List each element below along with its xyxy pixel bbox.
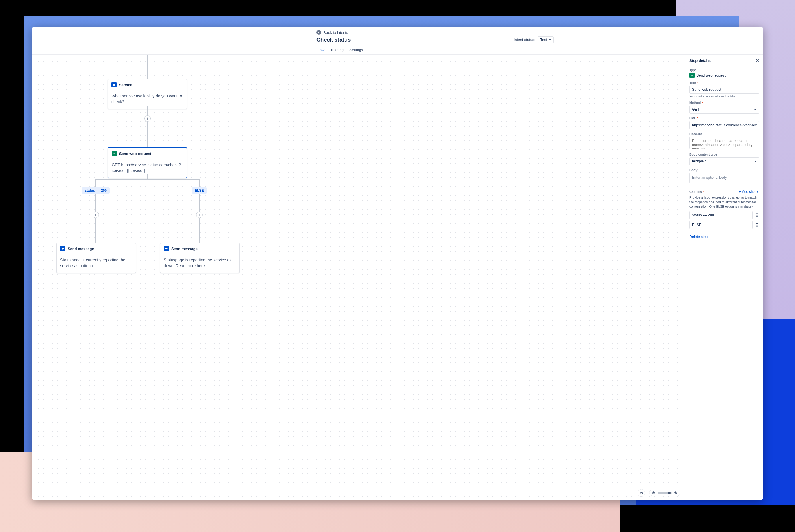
svg-line-7 — [654, 493, 655, 494]
add-choice-button[interactable]: + Add choice — [739, 190, 759, 194]
intent-status-select[interactable]: Test — [537, 36, 554, 43]
headers-input[interactable] — [689, 137, 759, 149]
zoom-slider[interactable] — [658, 492, 672, 494]
chat-icon — [60, 246, 66, 251]
web-request-icon — [689, 73, 695, 78]
url-input[interactable] — [689, 121, 759, 129]
svg-point-4 — [641, 492, 642, 493]
zoom-in-button[interactable] — [674, 491, 678, 495]
page-header: Back to intents Check status Intent stat… — [32, 26, 763, 55]
method-label: Method — [689, 101, 759, 104]
flow-canvas[interactable]: Service What service availability do you… — [32, 55, 685, 500]
plus-icon: + — [739, 190, 741, 194]
choice-input-1[interactable] — [689, 211, 753, 219]
type-label: Type — [689, 68, 759, 72]
node-msg-left-title: Send message — [68, 247, 94, 251]
choice-input-2[interactable] — [689, 221, 753, 229]
body-type-label: Body content type — [689, 153, 759, 156]
add-choice-text: Add choice — [742, 190, 759, 194]
method-select[interactable]: GET — [689, 106, 759, 114]
connector — [147, 174, 148, 179]
svg-rect-1 — [62, 248, 63, 249]
canvas-toolbar — [637, 489, 681, 497]
connector — [95, 179, 200, 180]
node-web-request[interactable]: Send web request GET https://service-sta… — [108, 148, 187, 178]
close-panel-button[interactable]: ✕ — [756, 58, 759, 63]
delete-choice-button[interactable] — [755, 223, 759, 227]
node-msg-right-title: Send message — [171, 247, 198, 251]
node-web-request-title: Send web request — [119, 152, 151, 156]
back-to-intents-link[interactable]: Back to intents — [316, 30, 554, 35]
add-step-button[interactable]: + — [144, 115, 151, 122]
url-label: URL — [689, 116, 759, 120]
panel-title: Step details — [689, 58, 710, 63]
branch-label-status-200[interactable]: status == 200 — [82, 187, 110, 194]
tab-flow[interactable]: Flow — [316, 46, 324, 54]
node-msg-right-body: Statuspage is reporting the service as d… — [160, 254, 239, 273]
intent-status-label: Intent status: — [514, 38, 535, 42]
tab-training[interactable]: Training — [330, 46, 344, 54]
header-tabs: Flow Training Settings — [316, 46, 554, 54]
connector — [147, 106, 148, 148]
choices-description: Provide a list of expressions that going… — [689, 195, 759, 209]
choices-label: Choices — [689, 190, 704, 193]
svg-rect-2 — [165, 248, 167, 249]
node-service-title: Service — [119, 83, 132, 87]
add-step-button-right[interactable]: + — [196, 212, 203, 218]
body-label: Body — [689, 168, 759, 172]
node-service[interactable]: Service What service availability do you… — [108, 79, 187, 109]
tab-settings[interactable]: Settings — [350, 46, 363, 54]
zoom-out-button[interactable] — [652, 491, 655, 495]
node-send-message-left[interactable]: Send message Statuspage is currently rep… — [56, 243, 136, 273]
connector — [147, 55, 148, 79]
page-title: Check status — [316, 37, 351, 43]
title-input[interactable] — [689, 86, 759, 94]
app-window: Back to intents Check status Intent stat… — [32, 26, 763, 500]
add-step-button-left[interactable]: + — [93, 212, 99, 218]
recenter-button[interactable] — [637, 489, 645, 497]
delete-step-link[interactable]: Delete step — [689, 235, 708, 239]
node-send-message-right[interactable]: Send message Statuspage is reporting the… — [160, 243, 240, 273]
back-label: Back to intents — [323, 30, 348, 35]
svg-line-11 — [677, 493, 677, 494]
delete-choice-button[interactable] — [755, 213, 759, 217]
back-arrow-icon — [316, 30, 321, 35]
document-icon — [111, 82, 116, 87]
node-msg-left-body: Statuspage is currently reporting the se… — [57, 254, 136, 273]
web-request-icon — [112, 151, 117, 156]
chat-icon — [164, 246, 169, 251]
branch-label-else[interactable]: ELSE — [192, 187, 207, 194]
title-hint: Your customers won't see this title. — [689, 95, 759, 98]
body-type-select[interactable]: text/plain — [689, 157, 759, 165]
body-input[interactable]: Enter an optional body — [689, 173, 759, 183]
svg-rect-0 — [113, 83, 115, 86]
title-label: Title — [689, 81, 759, 84]
step-details-panel: Step details ✕ Type Send web request Tit… — [685, 55, 763, 500]
headers-label: Headers — [689, 132, 759, 136]
type-value: Send web request — [696, 73, 725, 77]
